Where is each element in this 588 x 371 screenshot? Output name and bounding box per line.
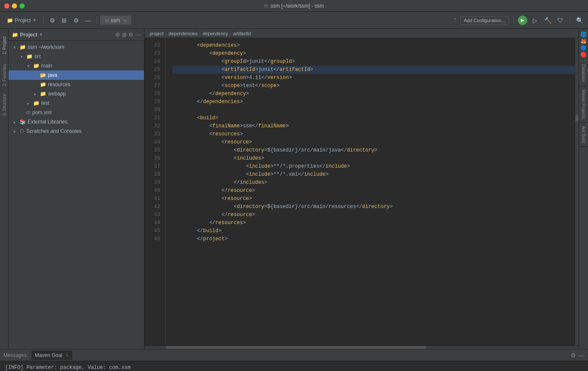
- minimize-icon-project[interactable]: —: [135, 31, 141, 38]
- tree-item-src[interactable]: ▾ 📁 src: [8, 52, 144, 61]
- minimize-button[interactable]: [12, 3, 17, 8]
- tab-close-icon[interactable]: ✕: [123, 18, 127, 23]
- editor-vscrollbar[interactable]: [575, 38, 579, 346]
- code-line-26: <version>4.11</version>: [172, 74, 575, 82]
- layout-icon-project[interactable]: ⊞: [122, 31, 127, 38]
- debug-button[interactable]: ▷: [530, 15, 540, 25]
- tree-item-java[interactable]: 📂 java: [8, 70, 144, 80]
- editor-hscrollbar[interactable]: [144, 346, 579, 349]
- run-button[interactable]: ▶: [518, 16, 527, 25]
- editor-tabs: m ssm ✕: [100, 16, 451, 25]
- editor-area: project › dependencies › dependency › ar…: [144, 29, 579, 349]
- config-icon[interactable]: ⚙: [71, 15, 81, 25]
- tree-label-src: src: [34, 53, 41, 59]
- window-title: m ssm [~/work/ssm] - ssm: [264, 3, 324, 9]
- project-tab-strip[interactable]: 1: Project: [1, 31, 8, 60]
- tree-item-pom[interactable]: m pom.xml: [8, 108, 144, 117]
- folder-icon-src: 📁: [26, 53, 33, 59]
- maximize-button[interactable]: [20, 3, 25, 8]
- tree-label-webapp: webapp: [48, 91, 66, 97]
- config-icon-project[interactable]: ⚙: [128, 31, 133, 38]
- tree-item-external-libs[interactable]: ▸ 📚 External Libraries: [8, 117, 144, 126]
- code-line-41: <resource>: [172, 195, 575, 203]
- add-configuration-button[interactable]: Add Configuration...: [460, 16, 509, 25]
- code-line-35: <directory>${basedir}/src/main/java</dir…: [172, 146, 575, 155]
- settings-icon[interactable]: ⚙: [47, 15, 57, 25]
- arrow-webapp: ▸: [34, 92, 38, 96]
- tree-item-scratches[interactable]: ▸ 🗒 Scratches and Consoles: [8, 126, 144, 136]
- code-line-33: <resources>: [172, 130, 575, 138]
- maven-goal-close-icon[interactable]: ✕: [65, 353, 69, 358]
- red-browser-icon[interactable]: 🔴: [580, 52, 587, 58]
- structure-tab-strip[interactable]: 3: Structure: [1, 90, 8, 120]
- arrow-src: ▾: [20, 54, 25, 59]
- chrome-icon[interactable]: 🌐: [580, 31, 587, 37]
- ssm-tab[interactable]: m ssm ✕: [100, 16, 131, 25]
- minimize-icon-bottom[interactable]: —: [579, 352, 585, 359]
- tree-label-main: main: [41, 63, 52, 69]
- code-content[interactable]: <dependencies> <dependency> <groupId>jun…: [166, 38, 575, 346]
- layout-icon[interactable]: ⊞: [59, 15, 69, 25]
- gear-icon-project[interactable]: ⚙: [115, 31, 120, 38]
- blue-browser-icon[interactable]: 🔵: [580, 45, 587, 51]
- tree-item-webapp[interactable]: ▸ 📁 webapp: [8, 89, 144, 98]
- toolbar-separator-1: [43, 16, 44, 25]
- tree-item-main[interactable]: ▾ 📁 main: [8, 61, 144, 70]
- tree-label-test: test: [41, 100, 49, 106]
- hscrollbar-thumb[interactable]: [166, 346, 426, 349]
- project-selector[interactable]: 📁 Project ▼: [3, 16, 40, 25]
- coverage-button[interactable]: 🛡: [555, 15, 565, 25]
- toolbar-separator-2: [96, 16, 97, 25]
- code-line-34: <resource>: [172, 138, 575, 146]
- ant-build-tab[interactable]: Ant Build: [579, 123, 588, 147]
- tree-item-resources[interactable]: 📁 resources: [8, 80, 144, 89]
- settings-icon-bottom[interactable]: ⚙: [571, 352, 576, 359]
- tree-label-java: java: [48, 72, 57, 78]
- tree-label-resources: resources: [48, 82, 71, 87]
- maven-projects-tab[interactable]: Maven Projects: [579, 86, 588, 123]
- code-line-38: <include>**/*.xml</include>: [172, 171, 575, 179]
- folder-icon-webapp: 📁: [40, 91, 46, 97]
- maven-goal-tab[interactable]: Maven Goal ✕: [31, 351, 72, 360]
- left-tool-tabs: 1: Project 2: Favorites 3: Structure: [0, 29, 8, 349]
- code-line-45: </build>: [172, 227, 575, 235]
- toolbar-separator-3: [513, 16, 514, 25]
- minus-icon[interactable]: —: [83, 15, 93, 25]
- tree-item-ssm[interactable]: ▾ 📁 ssm ~/work/ssm: [8, 42, 144, 52]
- breadcrumb-artifactid: artifactId: [233, 31, 251, 36]
- arrow-ext-libs: ▸: [14, 120, 18, 124]
- code-line-40: </resource>: [172, 187, 575, 195]
- firefox-icon[interactable]: 🦊: [580, 38, 587, 44]
- tree-label-pom: pom.xml: [32, 110, 51, 115]
- chevron-icon-header: ▼: [39, 32, 43, 37]
- toolbar-right: ⌃ Add Configuration... ▶ ▷ 🔨 🛡 🔍: [452, 15, 585, 25]
- search-icon-right[interactable]: 🔍: [574, 15, 585, 25]
- database-tab[interactable]: Database: [579, 61, 588, 86]
- build-button[interactable]: 🔨: [543, 15, 553, 25]
- breadcrumb-sep-2: ›: [199, 31, 201, 36]
- code-line-43: </resource>: [172, 211, 575, 219]
- project-folder-icon-header: 📁: [12, 32, 18, 38]
- vscrollbar-thumb[interactable]: [575, 115, 579, 121]
- close-button[interactable]: [4, 3, 9, 8]
- arrow-test: ▸: [27, 101, 31, 106]
- project-panel: 📁 Project ▼ ⚙ ⊞ ⚙ — ▾ 📁 ssm ~/work/ssm: [8, 29, 144, 349]
- folder-icon-main: 📁: [33, 63, 40, 69]
- search-icon-toolbar[interactable]: ⌃: [452, 17, 458, 24]
- favorites-tab-strip[interactable]: 2: Favorites: [1, 60, 8, 90]
- folder-icon-test: 📁: [33, 100, 40, 106]
- java-folder-icon: 📂: [40, 72, 46, 78]
- arrow-scratches: ▸: [14, 129, 18, 134]
- code-editor[interactable]: 2223242526 2728293031 3233343536 3738394…: [144, 38, 579, 346]
- ssm-tab-label: ssm: [110, 17, 120, 23]
- ext-libs-icon: 📚: [20, 119, 26, 125]
- breadcrumb-sep-3: ›: [230, 31, 232, 36]
- console-output: [INFO] Parameter: package, Value: com.ss…: [0, 361, 588, 371]
- code-line-36: <includes>: [172, 155, 575, 163]
- code-line-44: </resources>: [172, 219, 575, 227]
- project-title: 📁 Project ▼: [12, 32, 43, 38]
- tree-item-test[interactable]: ▸ 📁 test: [8, 98, 144, 108]
- project-label: Project: [15, 17, 31, 23]
- database-icons: 🌐 🦊 🔵 🔴: [579, 29, 588, 61]
- bottom-panel: Messages: Maven Goal ✕ ⚙ — [INFO] Parame…: [0, 349, 588, 371]
